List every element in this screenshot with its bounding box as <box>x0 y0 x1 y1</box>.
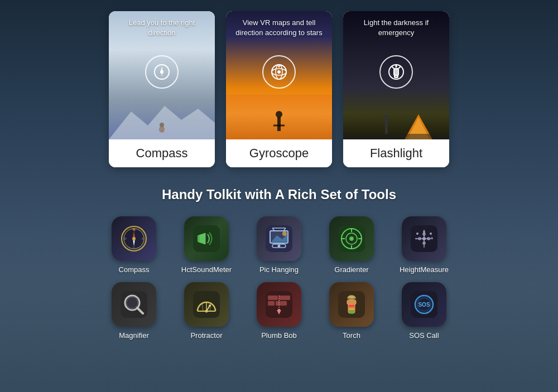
svg-rect-89 <box>278 309 280 312</box>
tools-grid: N S W E Compass <box>56 216 502 340</box>
svg-rect-21 <box>394 69 398 75</box>
gyroscope-card-text: View VR maps and tell direction accordin… <box>232 18 326 38</box>
svg-point-36 <box>132 237 136 240</box>
magnifier-tool-label: Magnifier <box>119 331 148 340</box>
svg-text:W: W <box>123 237 127 240</box>
svg-text:N: N <box>132 228 135 231</box>
tool-item-sound[interactable]: HctSoundMeter <box>176 216 237 274</box>
compass-card-icon <box>145 55 179 89</box>
tool-item-protractor[interactable]: Protractor <box>176 282 237 340</box>
svg-rect-86 <box>276 301 287 306</box>
compass-card-label: Compass <box>109 139 215 167</box>
gyroscope-card-image: View VR maps and tell direction accordin… <box>226 11 332 139</box>
tool-item-gradienter[interactable]: Gradienter <box>321 216 382 274</box>
tool-item-height[interactable]: HeightMeasure <box>393 216 455 274</box>
compass-card-text: Lead you to the right direction <box>114 18 209 38</box>
feature-cards-row: Lead you to the right direction <box>56 11 502 167</box>
svg-point-10 <box>278 71 280 73</box>
svg-text:E: E <box>142 237 144 240</box>
svg-point-6 <box>160 123 164 127</box>
svg-line-20 <box>398 66 401 69</box>
svg-rect-22 <box>395 75 398 78</box>
svg-point-81 <box>209 304 211 307</box>
svg-point-15 <box>276 111 282 118</box>
tool-item-pic[interactable]: Pic Hanging <box>248 216 310 274</box>
sound-tool-label: HctSoundMeter <box>181 265 232 274</box>
svg-point-70 <box>422 237 426 240</box>
sound-tool-icon <box>184 216 229 261</box>
magnifier-tool-icon <box>112 282 156 327</box>
protractor-tool-label: Protractor <box>190 331 222 340</box>
svg-text:SOS: SOS <box>418 302 430 308</box>
plumb-tool-icon <box>257 282 301 327</box>
svg-rect-84 <box>279 296 290 300</box>
flashlight-card-image: Light the darkness if emergency <box>343 11 449 139</box>
sos-tool-label: SOS Call <box>409 331 439 340</box>
compass-tool-icon: N S W E <box>112 216 156 261</box>
svg-rect-83 <box>268 296 278 300</box>
svg-point-61 <box>430 233 432 235</box>
flashlight-feature-card[interactable]: Light the darkness if emergency <box>343 11 449 167</box>
flashlight-card-text: Light the darkness if emergency <box>349 18 444 38</box>
svg-point-57 <box>350 238 353 240</box>
height-tool-label: HeightMeasure <box>400 265 449 274</box>
svg-rect-14 <box>277 117 281 131</box>
compass-card-image: Lead you to the right direction <box>109 11 215 139</box>
svg-line-19 <box>392 66 394 69</box>
pic-tool-label: Pic Hanging <box>259 265 299 274</box>
svg-rect-95 <box>347 300 356 304</box>
torch-tool-label: Torch <box>343 331 360 340</box>
section-title: Handy Tolkit with A Rich Set of Tools <box>56 187 502 202</box>
svg-rect-27 <box>343 134 449 139</box>
svg-rect-39 <box>198 235 200 242</box>
gradienter-tool-label: Gradienter <box>334 265 368 274</box>
tools-row-1: N S W E Compass <box>103 216 455 274</box>
svg-rect-94 <box>349 311 354 313</box>
torch-tool-icon <box>329 282 374 327</box>
plumb-tool-label: Plumb Bob <box>261 331 297 340</box>
svg-point-63 <box>431 237 433 239</box>
svg-rect-25 <box>385 120 388 134</box>
main-container: Lead you to the right direction <box>0 0 558 351</box>
tool-item-plumb[interactable]: Plumb Bob <box>248 282 310 340</box>
sos-tool-icon: SOS <box>402 282 446 327</box>
flashlight-card-label: Flashlight <box>343 139 449 167</box>
flashlight-card-icon <box>379 55 413 89</box>
tool-item-sos[interactable]: SOS SOS Call <box>393 282 455 340</box>
height-tool-icon <box>402 216 446 261</box>
svg-point-43 <box>282 231 287 236</box>
svg-point-26 <box>383 114 389 120</box>
gyroscope-card-label: Gyroscope <box>226 139 332 167</box>
svg-rect-92 <box>349 304 354 307</box>
svg-point-48 <box>278 245 281 248</box>
svg-rect-37 <box>193 225 220 252</box>
tool-item-magnifier[interactable]: Magnifier <box>103 282 165 340</box>
protractor-tool-icon <box>184 282 229 327</box>
gyroscope-card-icon <box>262 55 296 89</box>
gradienter-tool-icon <box>329 216 374 261</box>
svg-point-59 <box>416 233 419 235</box>
svg-rect-93 <box>349 308 354 310</box>
tool-item-torch[interactable]: Torch <box>321 282 382 340</box>
tool-item-compass[interactable]: N S W E Compass <box>103 216 165 274</box>
svg-rect-85 <box>268 301 275 306</box>
svg-point-3 <box>161 71 163 73</box>
svg-point-97 <box>348 295 355 298</box>
tools-row-2: Magnifier <box>103 282 455 340</box>
compass-tool-label: Compass <box>119 265 150 274</box>
gyroscope-feature-card[interactable]: View VR maps and tell direction accordin… <box>226 11 332 167</box>
compass-feature-card[interactable]: Lead you to the right direction <box>109 11 215 167</box>
pic-tool-icon <box>257 216 301 261</box>
